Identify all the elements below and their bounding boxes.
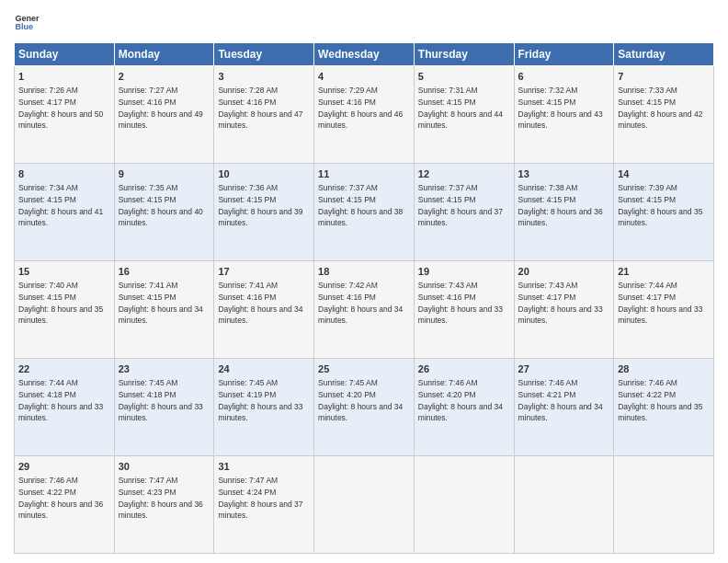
main-container: General Blue SundayMondayTuesdayWednesda… bbox=[0, 0, 728, 563]
day-detail: Sunrise: 7:44 AMSunset: 4:17 PMDaylight:… bbox=[618, 281, 702, 325]
day-detail: Sunrise: 7:36 AMSunset: 4:15 PMDaylight:… bbox=[218, 183, 302, 227]
day-detail: Sunrise: 7:45 AMSunset: 4:20 PMDaylight:… bbox=[318, 378, 403, 422]
calendar-day-cell bbox=[314, 456, 415, 554]
calendar-day-cell: 10 Sunrise: 7:36 AMSunset: 4:15 PMDaylig… bbox=[214, 164, 314, 261]
calendar-day-cell: 21 Sunrise: 7:44 AMSunset: 4:17 PMDaylig… bbox=[614, 261, 714, 359]
day-detail: Sunrise: 7:35 AMSunset: 4:15 PMDaylight:… bbox=[119, 183, 203, 227]
day-detail: Sunrise: 7:47 AMSunset: 4:23 PMDaylight:… bbox=[119, 476, 203, 520]
calendar-day-cell: 30 Sunrise: 7:47 AMSunset: 4:23 PMDaylig… bbox=[114, 456, 214, 554]
day-number: 25 bbox=[318, 362, 410, 376]
calendar-week-row: 15 Sunrise: 7:40 AMSunset: 4:15 PMDaylig… bbox=[15, 261, 714, 359]
day-number: 14 bbox=[618, 167, 710, 181]
day-number: 30 bbox=[119, 460, 210, 474]
day-of-week-header: Monday bbox=[114, 43, 214, 66]
day-of-week-header: Friday bbox=[514, 43, 614, 66]
calendar-day-cell: 6 Sunrise: 7:32 AMSunset: 4:15 PMDayligh… bbox=[514, 66, 614, 164]
day-detail: Sunrise: 7:46 AMSunset: 4:20 PMDaylight:… bbox=[418, 378, 503, 422]
day-detail: Sunrise: 7:43 AMSunset: 4:17 PMDaylight:… bbox=[518, 281, 603, 325]
calendar-table: SundayMondayTuesdayWednesdayThursdayFrid… bbox=[14, 42, 714, 554]
calendar-day-cell: 9 Sunrise: 7:35 AMSunset: 4:15 PMDayligh… bbox=[114, 164, 214, 261]
calendar-day-cell: 26 Sunrise: 7:46 AMSunset: 4:20 PMDaylig… bbox=[414, 359, 514, 456]
day-detail: Sunrise: 7:29 AMSunset: 4:16 PMDaylight:… bbox=[318, 86, 403, 130]
day-number: 13 bbox=[518, 167, 610, 181]
day-number: 22 bbox=[18, 362, 110, 376]
day-detail: Sunrise: 7:37 AMSunset: 4:15 PMDaylight:… bbox=[318, 183, 403, 227]
calendar-day-cell: 28 Sunrise: 7:46 AMSunset: 4:22 PMDaylig… bbox=[614, 359, 714, 456]
day-number: 2 bbox=[119, 70, 210, 84]
calendar-day-cell: 20 Sunrise: 7:43 AMSunset: 4:17 PMDaylig… bbox=[514, 261, 614, 359]
calendar-day-cell bbox=[614, 456, 714, 554]
day-of-week-header: Sunday bbox=[15, 43, 115, 66]
day-detail: Sunrise: 7:46 AMSunset: 4:22 PMDaylight:… bbox=[618, 378, 702, 422]
calendar-day-cell bbox=[414, 456, 514, 554]
calendar-day-cell: 16 Sunrise: 7:41 AMSunset: 4:15 PMDaylig… bbox=[114, 261, 214, 359]
calendar-day-cell: 15 Sunrise: 7:40 AMSunset: 4:15 PMDaylig… bbox=[15, 261, 115, 359]
day-number: 31 bbox=[218, 460, 310, 474]
calendar-day-cell: 4 Sunrise: 7:29 AMSunset: 4:16 PMDayligh… bbox=[314, 66, 415, 164]
day-detail: Sunrise: 7:46 AMSunset: 4:22 PMDaylight:… bbox=[18, 476, 103, 520]
calendar-day-cell: 7 Sunrise: 7:33 AMSunset: 4:15 PMDayligh… bbox=[614, 66, 714, 164]
day-number: 21 bbox=[618, 265, 710, 279]
day-detail: Sunrise: 7:27 AMSunset: 4:16 PMDaylight:… bbox=[119, 86, 203, 130]
calendar-day-cell: 22 Sunrise: 7:44 AMSunset: 4:18 PMDaylig… bbox=[15, 359, 115, 456]
day-number: 15 bbox=[18, 265, 110, 279]
day-number: 27 bbox=[518, 362, 610, 376]
day-number: 23 bbox=[119, 362, 210, 376]
day-of-week-header: Thursday bbox=[414, 43, 514, 66]
day-detail: Sunrise: 7:28 AMSunset: 4:16 PMDaylight:… bbox=[218, 86, 302, 130]
calendar-day-cell: 13 Sunrise: 7:38 AMSunset: 4:15 PMDaylig… bbox=[514, 164, 614, 261]
day-number: 20 bbox=[518, 265, 610, 279]
day-detail: Sunrise: 7:31 AMSunset: 4:15 PMDaylight:… bbox=[418, 86, 503, 130]
day-detail: Sunrise: 7:41 AMSunset: 4:16 PMDaylight:… bbox=[218, 281, 302, 325]
day-number: 11 bbox=[318, 167, 410, 181]
calendar-day-cell: 23 Sunrise: 7:45 AMSunset: 4:18 PMDaylig… bbox=[114, 359, 214, 456]
day-detail: Sunrise: 7:43 AMSunset: 4:16 PMDaylight:… bbox=[418, 281, 503, 325]
day-detail: Sunrise: 7:45 AMSunset: 4:18 PMDaylight:… bbox=[119, 378, 203, 422]
day-detail: Sunrise: 7:46 AMSunset: 4:21 PMDaylight:… bbox=[518, 378, 603, 422]
calendar-day-cell: 2 Sunrise: 7:27 AMSunset: 4:16 PMDayligh… bbox=[114, 66, 214, 164]
calendar-header-row: SundayMondayTuesdayWednesdayThursdayFrid… bbox=[15, 43, 714, 66]
calendar-week-row: 29 Sunrise: 7:46 AMSunset: 4:22 PMDaylig… bbox=[15, 456, 714, 554]
day-detail: Sunrise: 7:33 AMSunset: 4:15 PMDaylight:… bbox=[618, 86, 702, 130]
svg-text:Blue: Blue bbox=[15, 22, 33, 31]
calendar-day-cell: 25 Sunrise: 7:45 AMSunset: 4:20 PMDaylig… bbox=[314, 359, 415, 456]
header: General Blue bbox=[14, 9, 714, 35]
calendar-day-cell: 12 Sunrise: 7:37 AMSunset: 4:15 PMDaylig… bbox=[414, 164, 514, 261]
day-detail: Sunrise: 7:38 AMSunset: 4:15 PMDaylight:… bbox=[518, 183, 603, 227]
calendar-day-cell: 18 Sunrise: 7:42 AMSunset: 4:16 PMDaylig… bbox=[314, 261, 415, 359]
calendar-day-cell: 5 Sunrise: 7:31 AMSunset: 4:15 PMDayligh… bbox=[414, 66, 514, 164]
day-detail: Sunrise: 7:42 AMSunset: 4:16 PMDaylight:… bbox=[318, 281, 403, 325]
calendar-day-cell: 17 Sunrise: 7:41 AMSunset: 4:16 PMDaylig… bbox=[214, 261, 314, 359]
calendar-day-cell: 31 Sunrise: 7:47 AMSunset: 4:24 PMDaylig… bbox=[214, 456, 314, 554]
day-number: 4 bbox=[318, 70, 410, 84]
calendar-day-cell: 27 Sunrise: 7:46 AMSunset: 4:21 PMDaylig… bbox=[514, 359, 614, 456]
day-number: 29 bbox=[18, 460, 110, 474]
day-number: 6 bbox=[518, 70, 610, 84]
calendar-day-cell: 14 Sunrise: 7:39 AMSunset: 4:15 PMDaylig… bbox=[614, 164, 714, 261]
calendar-day-cell: 8 Sunrise: 7:34 AMSunset: 4:15 PMDayligh… bbox=[15, 164, 115, 261]
day-number: 10 bbox=[218, 167, 310, 181]
day-number: 7 bbox=[618, 70, 710, 84]
day-of-week-header: Tuesday bbox=[214, 43, 314, 66]
day-number: 18 bbox=[318, 265, 410, 279]
calendar-day-cell bbox=[514, 456, 614, 554]
day-number: 16 bbox=[119, 265, 210, 279]
day-number: 8 bbox=[18, 167, 110, 181]
calendar-week-row: 8 Sunrise: 7:34 AMSunset: 4:15 PMDayligh… bbox=[15, 164, 714, 261]
logo-icon: General Blue bbox=[14, 9, 40, 35]
day-detail: Sunrise: 7:32 AMSunset: 4:15 PMDaylight:… bbox=[518, 86, 603, 130]
calendar-day-cell: 1 Sunrise: 7:26 AMSunset: 4:17 PMDayligh… bbox=[15, 66, 115, 164]
calendar-day-cell: 11 Sunrise: 7:37 AMSunset: 4:15 PMDaylig… bbox=[314, 164, 415, 261]
day-number: 24 bbox=[218, 362, 310, 376]
day-number: 1 bbox=[18, 70, 110, 84]
day-number: 5 bbox=[418, 70, 510, 84]
calendar-day-cell: 24 Sunrise: 7:45 AMSunset: 4:19 PMDaylig… bbox=[214, 359, 314, 456]
day-of-week-header: Wednesday bbox=[314, 43, 415, 66]
day-detail: Sunrise: 7:41 AMSunset: 4:15 PMDaylight:… bbox=[119, 281, 203, 325]
svg-text:General: General bbox=[15, 14, 40, 23]
day-detail: Sunrise: 7:34 AMSunset: 4:15 PMDaylight:… bbox=[18, 183, 103, 227]
calendar-week-row: 1 Sunrise: 7:26 AMSunset: 4:17 PMDayligh… bbox=[15, 66, 714, 164]
day-number: 3 bbox=[218, 70, 310, 84]
day-detail: Sunrise: 7:40 AMSunset: 4:15 PMDaylight:… bbox=[18, 281, 103, 325]
day-of-week-header: Saturday bbox=[614, 43, 714, 66]
